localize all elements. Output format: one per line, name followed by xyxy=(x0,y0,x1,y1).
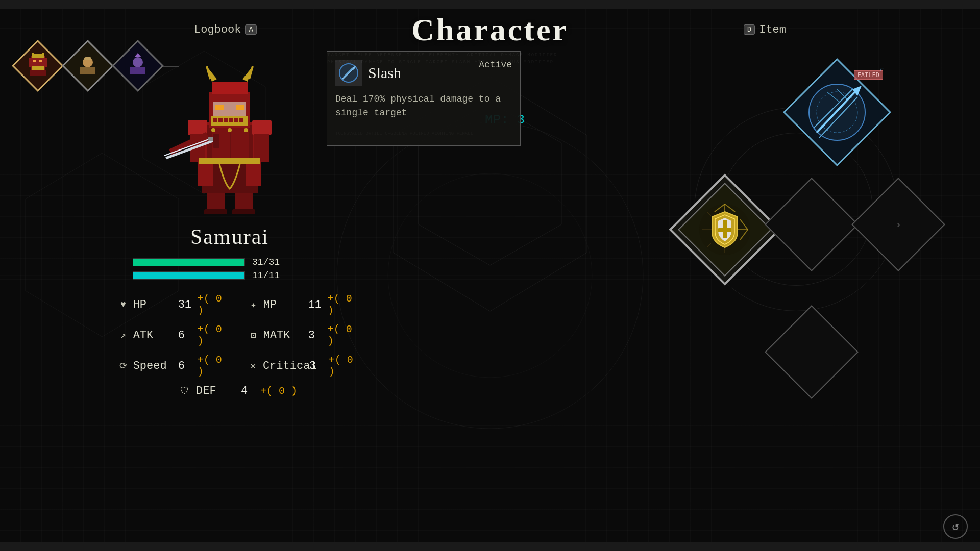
svg-rect-37 xyxy=(213,118,217,122)
stat-row-atk: ↗ ATK 6 +( 0 ) xyxy=(117,323,227,347)
character-panel: Samurai 31/31 11/11 ♥ HP 31 +( 0 ) xyxy=(102,51,357,397)
character-sprite xyxy=(153,51,306,214)
stat-row-hp: ♥ HP 31 +( 0 ) xyxy=(117,293,227,316)
atk-stat-label: ATK xyxy=(133,329,174,342)
mp-bar-row: 11/11 xyxy=(133,270,357,281)
shield-skill-icon xyxy=(697,202,753,258)
def-stat-icon: 🛡 xyxy=(178,386,192,396)
bars-section: 31/31 11/11 xyxy=(133,257,357,281)
svg-rect-57 xyxy=(204,209,227,214)
svg-point-62 xyxy=(244,128,248,132)
top-bar xyxy=(0,0,980,9)
atk-stat-bonus: +( 0 ) xyxy=(198,323,227,347)
slash-icon-svg xyxy=(338,63,359,83)
hp-bar-label: 31/31 xyxy=(249,257,280,267)
hp-bar-fill xyxy=(133,259,244,266)
def-stat-bonus: +( 0 ) xyxy=(260,385,297,397)
atk-stat-icon: ↗ xyxy=(117,330,129,341)
stat-row-def: 🛡 DEF 4 +( 0 ) xyxy=(117,385,357,397)
archer-portrait-icon xyxy=(75,53,101,79)
mp-stat-value: 11 xyxy=(308,298,324,311)
matk-stat-icon: ⊡ xyxy=(248,330,259,341)
svg-rect-28 xyxy=(212,82,248,94)
mp-stat-label: MP xyxy=(263,298,304,311)
hp-bar-row: 31/31 xyxy=(133,257,357,267)
svg-rect-40 xyxy=(229,118,233,122)
slot-mid-center[interactable] xyxy=(766,179,857,270)
corner-refresh-icon[interactable]: ↺ xyxy=(943,514,968,539)
critical-stat-bonus: +( 0 ) xyxy=(329,354,357,378)
svg-rect-35 xyxy=(236,105,244,110)
svg-rect-19 xyxy=(84,57,91,60)
character-name: Samurai xyxy=(102,224,357,249)
svg-rect-34 xyxy=(215,105,224,110)
skill-tooltip: TARGET MELEE DEFENSE CLASS ELEMENTAL CRI… xyxy=(327,51,521,146)
skill-tooltip-desc: Deal 170% physical damage to a single ta… xyxy=(335,92,512,120)
svg-rect-87 xyxy=(718,228,731,232)
svg-rect-16 xyxy=(30,70,46,76)
skill-tooltip-name: Slash xyxy=(368,64,401,82)
svg-point-20 xyxy=(133,57,143,67)
svg-rect-15 xyxy=(32,66,44,70)
svg-rect-54 xyxy=(246,161,261,186)
samurai-sprite-svg xyxy=(153,51,306,214)
mp-bar-container xyxy=(133,271,245,280)
svg-rect-53 xyxy=(198,161,213,186)
svg-rect-21 xyxy=(130,67,145,74)
mp-stat-icon: ✦ xyxy=(248,299,259,310)
portrait-archer[interactable] xyxy=(65,43,110,88)
svg-rect-39 xyxy=(224,118,228,122)
speed-stat-icon: ⟳ xyxy=(117,360,129,371)
skill-type-label: Active xyxy=(479,60,512,70)
speed-stat-label: Speed xyxy=(133,360,174,372)
slash-skill-large-icon xyxy=(806,82,868,143)
mp-stat-bonus: +( 0 ) xyxy=(328,293,357,316)
svg-point-4 xyxy=(337,122,643,429)
hp-stat-icon: ♥ xyxy=(117,299,129,310)
svg-point-60 xyxy=(211,128,215,132)
portrait-samurai[interactable] xyxy=(15,43,60,88)
svg-rect-12 xyxy=(42,53,44,58)
slash-skill-icon xyxy=(335,60,362,86)
svg-rect-42 xyxy=(239,118,243,122)
svg-point-61 xyxy=(228,128,232,132)
svg-rect-58 xyxy=(232,209,255,214)
mage-portrait-icon xyxy=(125,53,151,79)
slot-shield[interactable] xyxy=(674,179,776,281)
critical-stat-value: 3 xyxy=(309,360,325,372)
atk-stat-value: 6 xyxy=(178,329,193,342)
matk-stat-value: 3 xyxy=(308,329,324,342)
svg-rect-51 xyxy=(213,134,219,148)
stats-grid: ♥ HP 31 +( 0 ) ✦ MP 11 +( 0 ) ↗ ATK 6 +(… xyxy=(117,293,357,397)
logbook-key-badge: A xyxy=(245,24,256,35)
svg-rect-46 xyxy=(254,134,270,162)
slot-corner-icon: ⌐ xyxy=(880,65,884,73)
matk-stat-bonus: +( 0 ) xyxy=(328,323,357,347)
svg-rect-11 xyxy=(32,53,34,58)
stat-row-speed: ⟳ Speed 6 +( 0 ) xyxy=(117,354,227,378)
critical-stat-icon: ✕ xyxy=(248,360,259,371)
stat-row-matk: ⊡ MATK 3 +( 0 ) xyxy=(248,323,357,347)
portrait-mage[interactable] xyxy=(115,43,160,88)
speed-stat-bonus: +( 0 ) xyxy=(198,354,227,378)
item-nav-button[interactable]: D Item xyxy=(744,23,786,36)
mp-bar-fill xyxy=(133,272,244,279)
logbook-nav-button[interactable]: Logbook A xyxy=(194,23,257,36)
nav-left-label: Logbook xyxy=(194,23,241,36)
svg-rect-44 xyxy=(252,120,272,135)
slot-top[interactable]: FAILED ⌐ xyxy=(786,61,888,163)
mp-bar-label: 11/11 xyxy=(249,270,280,281)
stat-row-mp: ✦ MP 11 +( 0 ) xyxy=(248,293,357,316)
svg-rect-18 xyxy=(80,67,95,74)
def-stat-label: DEF xyxy=(196,385,237,397)
item-key-badge: D xyxy=(744,24,755,35)
hp-stat-bonus: +( 0 ) xyxy=(198,293,227,316)
svg-rect-14 xyxy=(39,60,42,62)
samurai-portrait-icon xyxy=(23,52,52,80)
slot-mid-right[interactable]: › xyxy=(852,179,944,270)
party-row xyxy=(15,43,179,88)
stat-row-critical: ✕ Critical 3 +( 0 ) xyxy=(248,354,357,378)
slot-bottom[interactable] xyxy=(766,306,857,398)
svg-rect-26 xyxy=(231,128,249,158)
skills-panel: FAILED ⌐ xyxy=(653,51,949,439)
